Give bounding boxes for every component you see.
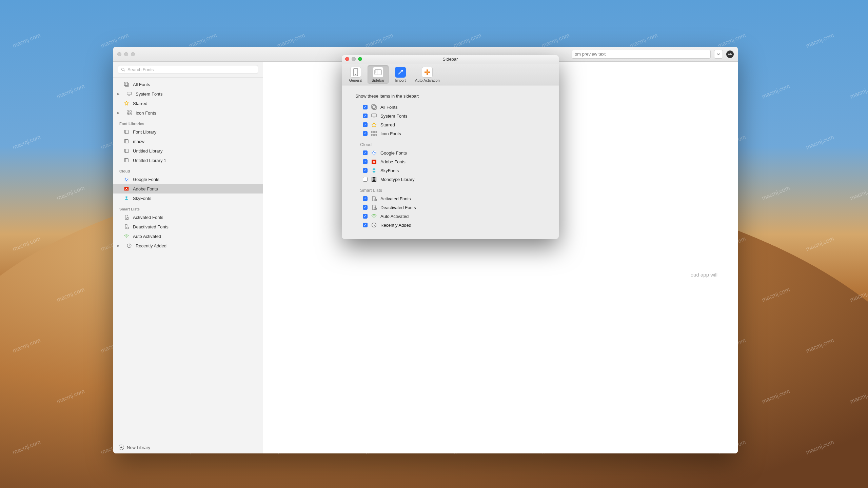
sidebar-item-label: Untitled Library 1 [133, 158, 166, 163]
sidebar-item-macw[interactable]: macw [113, 137, 263, 146]
pref-close-button[interactable] [345, 57, 349, 61]
pref-row-monotype-library: Monotype Library [355, 175, 549, 184]
pref-row-all-fonts: All Fonts [355, 103, 549, 111]
pref-row-system-fonts: System Fonts [355, 111, 549, 120]
sidebar-item-auto-activated[interactable]: Auto Activated [113, 231, 263, 241]
adobe-icon [371, 159, 377, 165]
avatar[interactable]: aA [726, 50, 734, 58]
checkbox[interactable] [363, 105, 368, 109]
svg-rect-8 [127, 114, 129, 115]
sidebar-item-label: Font Library [133, 129, 156, 135]
pref-row-label: Recently Added [380, 223, 411, 228]
sidebar-item-label: Starred [133, 101, 147, 106]
tab-general-label: General [349, 78, 362, 82]
sidebar-item-label: Deactivated Fonts [133, 224, 169, 229]
tab-import[interactable]: Import [390, 65, 411, 84]
tab-auto-activation[interactable]: Auto Activation [412, 65, 442, 84]
checkbox[interactable] [363, 196, 368, 201]
pref-row-adobe-fonts: Adobe Fonts [355, 157, 549, 166]
search-placeholder: Search Fonts [127, 67, 154, 72]
pref-cloud-header: Cloud [360, 142, 549, 147]
pref-row-label: Icon Fonts [380, 131, 401, 136]
pref-row-label: SkyFonts [380, 168, 399, 173]
pref-row-label: Monotype Library [380, 177, 414, 182]
pref-row-auto-activated: Auto Activated [355, 212, 549, 221]
sidebar: Search Fonts All Fonts▶System FontsStarr… [113, 62, 263, 453]
sidebar-item-google-fonts[interactable]: Google Fonts [113, 175, 263, 184]
tab-import-label: Import [395, 78, 406, 82]
svg-point-27 [427, 72, 428, 73]
checkbox[interactable] [363, 159, 368, 164]
zoom-button[interactable] [131, 52, 135, 56]
sidebar-item-starred[interactable]: Starred [113, 99, 263, 108]
tab-sidebar-label: Sidebar [372, 78, 384, 82]
disclosure-icon[interactable]: ▶ [117, 111, 121, 115]
sidebar-item-untitled-library[interactable]: Untitled Library [113, 146, 263, 156]
search-input[interactable]: Search Fonts [118, 65, 258, 74]
clock-icon [126, 243, 132, 249]
sidebar-item-label: Untitled Library [133, 148, 162, 154]
checkbox[interactable] [363, 150, 368, 155]
checkbox[interactable] [363, 223, 368, 227]
preview-text-input[interactable] [572, 50, 711, 59]
sidebar-item-activated-fonts[interactable]: Activated Fonts [113, 212, 263, 222]
pref-minimize-button[interactable] [352, 57, 356, 61]
book-icon [123, 138, 130, 144]
collection-icon [123, 81, 130, 87]
pref-row-deactivated-fonts: Deactivated Fonts [355, 203, 549, 212]
sidebar-list: All Fonts▶System FontsStarred▶Icon Fonts… [113, 78, 263, 441]
minimize-button[interactable] [124, 52, 128, 56]
doc-icon [371, 196, 377, 202]
monitor-icon [371, 113, 377, 119]
monotype-icon [371, 176, 377, 182]
pref-zoom-button[interactable] [358, 57, 362, 61]
general-icon [350, 67, 361, 78]
disclosure-icon[interactable]: ▶ [117, 244, 121, 247]
new-library-button[interactable]: + New Library [113, 441, 263, 453]
sidebar-item-skyfonts[interactable]: SkyFonts [113, 194, 263, 203]
checkbox[interactable] [363, 168, 368, 173]
pref-smart-header: Smart Lists [360, 188, 549, 193]
pref-toolbar: General Sidebar Import Auto Activation [342, 63, 559, 85]
pref-window-controls [345, 57, 362, 61]
pref-row-label: Auto Activated [380, 214, 409, 219]
svg-point-21 [355, 74, 356, 75]
sidebar-item-font-library[interactable]: Font Library [113, 127, 263, 137]
svg-rect-33 [375, 131, 376, 133]
sidebar-item-all-fonts[interactable]: All Fonts [113, 80, 263, 89]
svg-rect-9 [130, 114, 131, 115]
svg-point-18 [126, 238, 127, 238]
svg-rect-4 [127, 92, 131, 95]
new-library-label: New Library [127, 445, 150, 450]
checkbox[interactable] [363, 177, 368, 182]
preview-dropdown[interactable] [714, 50, 723, 59]
pref-row-label: Activated Fonts [380, 196, 411, 201]
sidebar-item-label: SkyFonts [133, 196, 151, 201]
sidebar-item-system-fonts[interactable]: ▶System Fonts [113, 89, 263, 99]
sidebar-item-adobe-fonts[interactable]: Adobe Fonts [113, 184, 263, 194]
tab-sidebar[interactable]: Sidebar [368, 65, 389, 84]
svg-rect-6 [127, 111, 129, 112]
disclosure-icon[interactable]: ▶ [117, 92, 121, 96]
pref-row-label: Deactivated Fonts [380, 205, 416, 210]
sidebar-item-label: Google Fonts [133, 177, 159, 182]
sidebar-item-label: Recently Added [136, 243, 166, 248]
sidebar-item-recently-added[interactable]: ▶Recently Added [113, 241, 263, 250]
checkbox[interactable] [363, 205, 368, 210]
pref-heading: Show these items in the sidebar: [355, 94, 549, 99]
import-icon [395, 67, 406, 78]
checkbox[interactable] [363, 214, 368, 219]
close-button[interactable] [117, 52, 121, 56]
sidebar-item-icon-fonts[interactable]: ▶Icon Fonts [113, 108, 263, 118]
svg-rect-29 [373, 106, 376, 109]
checkbox[interactable] [363, 131, 368, 136]
sidebar-item-deactivated-fonts[interactable]: Deactivated Fonts [113, 222, 263, 231]
checkbox[interactable] [363, 114, 368, 118]
clock-icon [371, 222, 377, 228]
sidebar-item-untitled-library-1[interactable]: Untitled Library 1 [113, 156, 263, 165]
svg-rect-35 [375, 134, 376, 136]
checkbox[interactable] [363, 122, 368, 127]
tab-general[interactable]: General [345, 65, 366, 84]
pref-row-label: Starred [380, 122, 395, 127]
smart-header: Smart Lists [113, 203, 263, 212]
